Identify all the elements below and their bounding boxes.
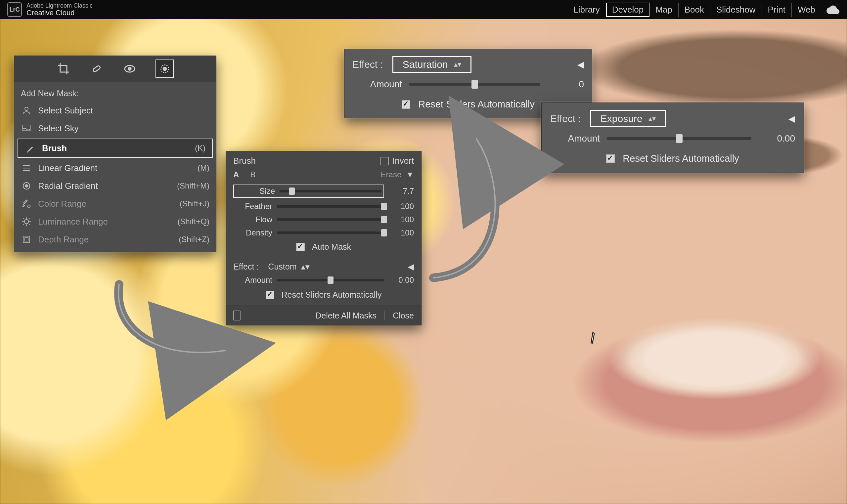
- mask-row-linear-gradient[interactable]: Linear Gradient(M): [14, 159, 216, 177]
- mask-toolstrip: [14, 56, 216, 82]
- module-web[interactable]: Web: [792, 3, 821, 17]
- top-bar: LrC Adobe Lightroom Classic Creative Clo…: [0, 0, 847, 19]
- masking-tool-icon[interactable]: [156, 59, 174, 78]
- invert-label: Invert: [392, 156, 414, 166]
- slider-flow[interactable]: [277, 218, 384, 221]
- mask-row-luminance-range[interactable]: Luminance Range(Shift+Q): [14, 213, 216, 231]
- lumrange-icon: [21, 216, 32, 227]
- brush-amount-value: 0.00: [389, 275, 414, 285]
- module-slideshow[interactable]: Slideshow: [710, 3, 762, 17]
- delete-all-masks-button[interactable]: Delete All Masks: [315, 311, 376, 321]
- brush-effect-label: Effect :: [233, 262, 259, 271]
- fx-sat-dropdown[interactable]: Saturation▴▾: [392, 56, 472, 73]
- svg-rect-12: [25, 238, 28, 241]
- app-badge: LrC: [7, 2, 22, 17]
- fx-exp-collapse-icon[interactable]: ◀: [789, 114, 795, 124]
- svg-point-2: [128, 68, 131, 70]
- fx-sat-collapse-icon[interactable]: ◀: [577, 59, 584, 70]
- crop-tool-icon[interactable]: [56, 61, 71, 76]
- effect-exposure-panel: Effect : Exposure▴▾ ◀ Amount 0.00 Reset …: [541, 103, 804, 173]
- app-title-line1: Adobe Lightroom Classic: [27, 3, 93, 9]
- brush-amount-slider[interactable]: [277, 279, 384, 282]
- slider-feather[interactable]: [277, 205, 384, 208]
- auto-mask-checkbox[interactable]: [296, 243, 305, 251]
- brush-effect-collapse-icon[interactable]: ◀: [408, 262, 414, 271]
- mask-header: Add New Mask:: [14, 87, 216, 102]
- invert-checkbox[interactable]: [381, 157, 389, 165]
- cloud-sync-icon[interactable]: [827, 5, 840, 14]
- module-picker: LibraryDevelopMapBookSlideshowPrintWeb: [567, 3, 840, 17]
- mask-row-brush[interactable]: Brush(K): [18, 139, 213, 158]
- app-title-line2: Creative Cloud: [27, 9, 93, 17]
- mask-row-shortcut: (Shift+J): [180, 199, 209, 208]
- brush-reset-checkbox[interactable]: [266, 291, 274, 299]
- auto-mask-label: Auto Mask: [312, 242, 351, 252]
- panel-handle-icon[interactable]: [233, 310, 241, 321]
- slider-feather-value: 100: [389, 202, 414, 211]
- mask-row-color-range[interactable]: Color Range(Shift+J): [14, 195, 216, 213]
- mask-row-label: Depth Range: [38, 234, 89, 245]
- slider-feather-row: Feather 100: [226, 200, 421, 213]
- mask-row-depth-range[interactable]: Depth Range(Shift+Z): [14, 231, 216, 248]
- svg-point-5: [25, 107, 28, 110]
- colorrange-icon: [21, 198, 32, 209]
- app-title: Adobe Lightroom Classic Creative Cloud: [27, 3, 93, 17]
- mask-row-label: Linear Gradient: [38, 163, 97, 173]
- fx-exp-amount-label: Amount: [550, 133, 600, 144]
- fx-sat-amount-value: 0: [548, 79, 584, 90]
- svg-point-9: [28, 205, 31, 208]
- brush-tab-a[interactable]: A: [233, 170, 239, 179]
- fx-exp-amount-value: 0.00: [759, 133, 795, 144]
- fx-sat-reset-label: Reset Sliders Automatically: [418, 99, 534, 110]
- fx-exp-reset-label: Reset Sliders Automatically: [623, 153, 739, 164]
- fx-exp-dropdown[interactable]: Exposure▴▾: [590, 110, 666, 127]
- mask-row-shortcut: (Shift+Z): [179, 235, 209, 244]
- svg-rect-0: [93, 65, 101, 72]
- brush-preset-dropdown-icon[interactable]: ▼: [406, 170, 414, 179]
- fx-exp-amount-slider[interactable]: [607, 137, 752, 140]
- mask-row-label: Brush: [42, 143, 67, 154]
- svg-point-4: [163, 67, 166, 70]
- svg-point-8: [25, 184, 28, 187]
- close-button[interactable]: Close: [393, 311, 414, 321]
- brush-effect-dropdown[interactable]: Custom ▴▾: [268, 262, 310, 271]
- brush-amount-row: Amount 0.00: [226, 273, 421, 287]
- fx-sat-reset-checkbox[interactable]: [402, 100, 410, 109]
- mask-row-label: Select Sky: [38, 123, 79, 133]
- svg-point-10: [24, 220, 29, 224]
- mask-row-select-sky[interactable]: Select Sky: [14, 120, 216, 137]
- mask-row-label: Radial Gradient: [38, 181, 98, 191]
- brush-amount-label: Amount: [233, 275, 272, 285]
- slider-size-label: Size: [236, 186, 275, 196]
- brush-icon: [25, 143, 36, 154]
- linear-icon: [21, 162, 32, 174]
- redeye-tool-icon[interactable]: [122, 61, 137, 76]
- slider-flow-label: Flow: [233, 215, 272, 224]
- mask-row-radial-gradient[interactable]: Radial Gradient(Shift+M): [14, 177, 216, 195]
- module-book[interactable]: Book: [678, 3, 710, 17]
- mask-row-shortcut: (M): [197, 163, 209, 173]
- fx-exp-effect-label: Effect :: [550, 113, 581, 124]
- slider-density-label: Density: [233, 228, 272, 237]
- slider-flow-row: Flow 100: [226, 213, 421, 226]
- mask-row-select-subject[interactable]: Select Subject: [14, 102, 216, 120]
- person-icon: [21, 105, 32, 116]
- depth-icon: [21, 234, 32, 245]
- masking-panel: Add New Mask: Select SubjectSelect SkyBr…: [14, 56, 216, 252]
- mask-row-label: Luminance Range: [38, 217, 108, 227]
- svg-rect-11: [23, 236, 30, 243]
- module-develop[interactable]: Develop: [606, 3, 650, 17]
- brush-erase[interactable]: Erase: [381, 170, 402, 179]
- mask-row-shortcut: (Shift+Q): [177, 217, 209, 226]
- heal-tool-icon[interactable]: [89, 61, 104, 76]
- module-library[interactable]: Library: [567, 3, 606, 17]
- slider-density[interactable]: [277, 232, 384, 234]
- fx-sat-amount-slider[interactable]: [409, 83, 540, 86]
- brush-tab-b[interactable]: B: [250, 170, 255, 179]
- fx-exp-reset-checkbox[interactable]: [606, 155, 615, 163]
- module-print[interactable]: Print: [762, 3, 792, 17]
- fx-sat-amount-label: Amount: [352, 79, 402, 90]
- slider-size[interactable]: [280, 190, 382, 193]
- module-map[interactable]: Map: [650, 3, 678, 17]
- radial-icon: [21, 180, 32, 192]
